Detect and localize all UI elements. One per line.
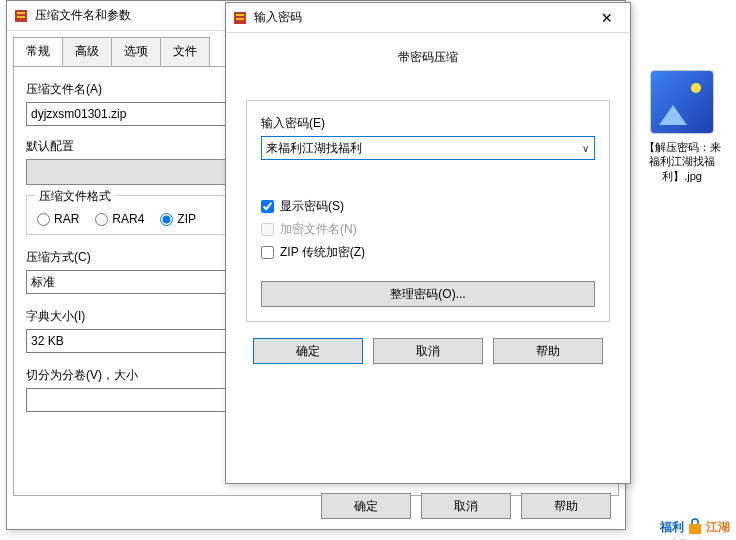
password-dialog: 输入密码 ✕ 带密码压缩 输入密码(E) ∨ 显示密码(S) 加密文件名(N) … [225, 2, 631, 484]
show-password-checkbox[interactable]: 显示密码(S) [261, 198, 595, 215]
image-file-icon [650, 70, 714, 134]
dialog-heading: 带密码压缩 [246, 49, 610, 66]
app-icon [13, 8, 29, 24]
ok-button[interactable]: 确定 [253, 338, 363, 364]
zip-legacy-checkbox[interactable]: ZIP 传统加密(Z) [261, 244, 595, 261]
cancel-button[interactable]: 取消 [421, 493, 511, 519]
radio-zip[interactable]: ZIP [160, 212, 196, 226]
svg-rect-4 [236, 14, 244, 16]
cancel-button[interactable]: 取消 [373, 338, 483, 364]
svg-rect-5 [236, 18, 244, 20]
dialog-buttons: 确定 取消 帮助 [246, 338, 610, 364]
password-label: 输入密码(E) [261, 115, 595, 132]
svg-rect-2 [17, 16, 25, 18]
file-item[interactable]: 【解压密码：来福利江湖找福利】.jpg [642, 70, 722, 183]
ok-button[interactable]: 确定 [321, 493, 411, 519]
close-button[interactable]: ✕ [586, 4, 628, 32]
password-input[interactable] [261, 136, 595, 160]
dialog-buttons: 确定 取消 帮助 [321, 493, 611, 519]
file-name-label: 【解压密码：来福利江湖找福利】.jpg [642, 140, 722, 183]
password-group: 输入密码(E) ∨ 显示密码(S) 加密文件名(N) ZIP 传统加密(Z) 整… [246, 100, 610, 322]
help-button[interactable]: 帮助 [521, 493, 611, 519]
tab-general[interactable]: 常规 [13, 37, 63, 66]
svg-rect-6 [689, 524, 701, 534]
tab-options[interactable]: 选项 [111, 37, 161, 66]
bag-icon [686, 518, 704, 536]
svg-rect-1 [17, 12, 25, 14]
app-icon [232, 10, 248, 26]
watermark: 福利 江湖 [660, 518, 730, 536]
tab-files[interactable]: 文件 [160, 37, 210, 66]
window-title: 输入密码 [254, 9, 586, 26]
titlebar: 输入密码 ✕ [226, 3, 630, 33]
format-group-label: 压缩文件格式 [35, 188, 115, 205]
help-button[interactable]: 帮助 [493, 338, 603, 364]
tab-advanced[interactable]: 高级 [62, 37, 112, 66]
radio-rar4[interactable]: RAR4 [95, 212, 144, 226]
encrypt-names-checkbox: 加密文件名(N) [261, 221, 595, 238]
organize-passwords-button[interactable]: 整理密码(O)... [261, 281, 595, 307]
radio-rar[interactable]: RAR [37, 212, 79, 226]
